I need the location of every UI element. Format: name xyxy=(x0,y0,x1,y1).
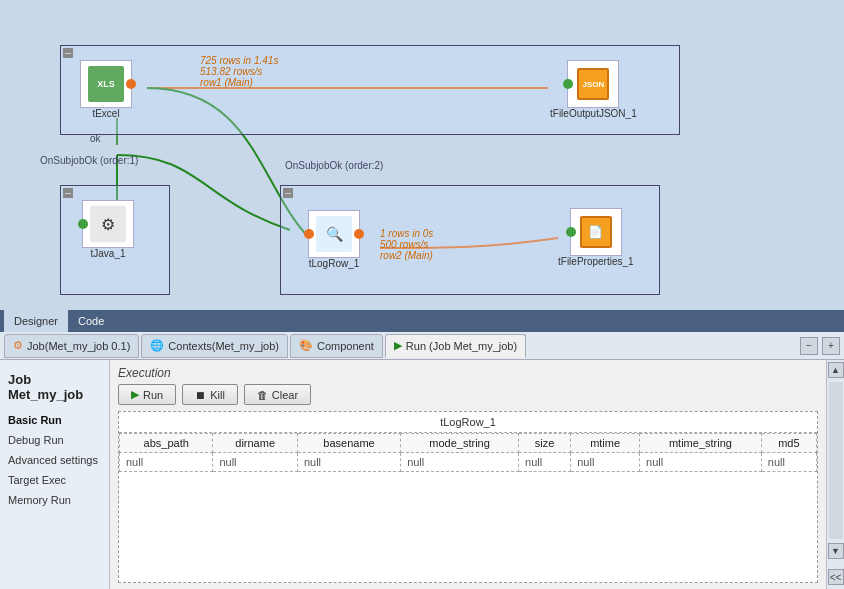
execution-label: Execution xyxy=(118,366,818,380)
right-scroll: ▲ ▼ << xyxy=(826,360,844,589)
input-dot xyxy=(566,227,576,237)
clear-icon: 🗑 xyxy=(257,389,268,401)
tab-contexts[interactable]: 🌐 Contexts(Met_my_job) xyxy=(141,334,288,358)
canvas-area: ─ ─ ─ 725 rows in 1.41s 513.82 rows/s ro… xyxy=(0,0,844,310)
col-mtime: mtime xyxy=(571,434,640,453)
tab-job[interactable]: ⚙ Job(Met_my_job 0.1) xyxy=(4,334,139,358)
logrow-icon: 🔍 xyxy=(316,216,352,252)
collapse-right-btn[interactable]: << xyxy=(828,569,844,585)
ok-label: ok xyxy=(90,133,101,144)
table-cell: null xyxy=(120,453,213,472)
sidebar-item-advanced-settings[interactable]: Advanced settings xyxy=(0,450,109,470)
input-dot xyxy=(304,229,314,239)
minimize-subjob1[interactable]: ─ xyxy=(63,188,73,198)
bottom-panel: ⚙ Job(Met_my_job 0.1) 🌐 Contexts(Met_my_… xyxy=(0,332,844,589)
run-tab-icon: ▶ xyxy=(394,339,402,352)
json-icon: JSON xyxy=(577,68,609,100)
col-mtime-string: mtime_string xyxy=(640,434,762,453)
kill-icon: ⏹ xyxy=(195,389,206,401)
col-mode-string: mode_string xyxy=(401,434,519,453)
node-tjsonoutput[interactable]: JSON tFileOutputJSON_1 xyxy=(550,60,637,119)
output-title: tLogRow_1 xyxy=(119,412,817,433)
run-icon: ▶ xyxy=(131,388,139,401)
subjob1-label: OnSubjobOk (order:1) xyxy=(40,155,138,166)
job-tabs-row: ⚙ Job(Met_my_job 0.1) 🌐 Contexts(Met_my_… xyxy=(0,332,844,360)
output-dot xyxy=(354,229,364,239)
contexts-tab-icon: 🌐 xyxy=(150,339,164,352)
minimize-subjob2[interactable]: ─ xyxy=(283,188,293,198)
flow-label-2: 1 rows in 0s 500 rows/s row2 (Main) xyxy=(380,228,433,261)
minimize-main[interactable]: ─ xyxy=(63,48,73,58)
scroll-down-btn[interactable]: ▼ xyxy=(828,543,844,559)
tab-code[interactable]: Code xyxy=(68,310,114,332)
input-dot xyxy=(78,219,88,229)
collapse-btn[interactable]: − xyxy=(800,337,818,355)
output-area[interactable]: tLogRow_1 abs_path dirname basename mode… xyxy=(118,411,818,583)
run-button[interactable]: ▶ Run xyxy=(118,384,176,405)
col-dirname: dirname xyxy=(213,434,298,453)
table-row: nullnullnullnullnullnullnullnull xyxy=(120,453,817,472)
table-cell: null xyxy=(571,453,640,472)
tab-run[interactable]: ▶ Run (Job Met_my_job) xyxy=(385,334,526,358)
kill-button[interactable]: ⏹ Kill xyxy=(182,384,238,405)
sidebar-item-target-exec[interactable]: Target Exec xyxy=(0,470,109,490)
button-row: ▶ Run ⏹ Kill 🗑 Clear xyxy=(118,384,818,405)
node-tjava[interactable]: ⚙ tJava_1 xyxy=(82,200,134,259)
node-texcel[interactable]: XLS tExcel xyxy=(80,60,132,119)
table-cell: null xyxy=(761,453,816,472)
props-icon: 📄 xyxy=(580,216,612,248)
table-cell: null xyxy=(401,453,519,472)
node-tfileprops[interactable]: 📄 tFileProperties_1 xyxy=(558,208,634,267)
col-basename: basename xyxy=(297,434,400,453)
flow-label-1: 725 rows in 1.41s 513.82 rows/s row1 (Ma… xyxy=(200,55,278,88)
left-sidebar: Job Met_my_job Basic Run Debug Run Advan… xyxy=(0,360,110,589)
java-icon: ⚙ xyxy=(90,206,126,242)
tab-designer[interactable]: Designer xyxy=(4,310,68,332)
xls-icon: XLS xyxy=(88,66,124,102)
tab-component[interactable]: 🎨 Component xyxy=(290,334,383,358)
sidebar-item-memory-run[interactable]: Memory Run xyxy=(0,490,109,510)
scroll-up-btn[interactable]: ▲ xyxy=(828,362,844,378)
table-cell: null xyxy=(519,453,571,472)
output-dot xyxy=(126,79,136,89)
sidebar-item-basic-run[interactable]: Basic Run xyxy=(0,410,109,430)
sidebar-item-debug-run[interactable]: Debug Run xyxy=(0,430,109,450)
subjob2-label: OnSubjobOk (order:2) xyxy=(285,160,383,171)
clear-button[interactable]: 🗑 Clear xyxy=(244,384,311,405)
tabs-bar: Designer Code xyxy=(0,310,844,332)
output-table: abs_path dirname basename mode_string si… xyxy=(119,433,817,472)
component-tab-icon: 🎨 xyxy=(299,339,313,352)
col-md5: md5 xyxy=(761,434,816,453)
table-cell: null xyxy=(213,453,298,472)
table-cell: null xyxy=(640,453,762,472)
content-row: Job Met_my_job Basic Run Debug Run Advan… xyxy=(0,360,844,589)
input-dot xyxy=(563,79,573,89)
col-size: size xyxy=(519,434,571,453)
main-content: Execution ▶ Run ⏹ Kill 🗑 Clear tLogRow_1 xyxy=(110,360,826,589)
table-cell: null xyxy=(297,453,400,472)
table-header-row: abs_path dirname basename mode_string si… xyxy=(120,434,817,453)
job-tab-icon: ⚙ xyxy=(13,339,23,352)
expand-btn[interactable]: + xyxy=(822,337,840,355)
job-title: Job Met_my_job xyxy=(0,368,109,410)
node-tlogrow[interactable]: 🔍 tLogRow_1 xyxy=(308,210,360,269)
col-abs-path: abs_path xyxy=(120,434,213,453)
